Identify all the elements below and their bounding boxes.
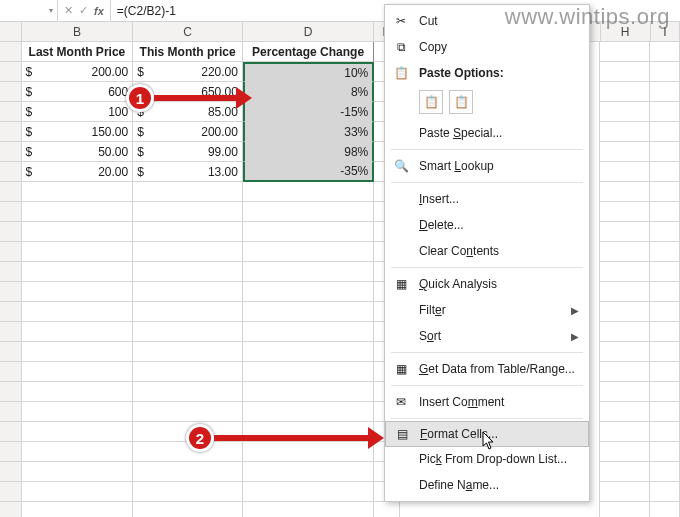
- cell[interactable]: [599, 302, 650, 322]
- cell[interactable]: [599, 182, 650, 202]
- cell[interactable]: [599, 382, 650, 402]
- cell[interactable]: [22, 362, 134, 382]
- cell[interactable]: [22, 382, 134, 402]
- menu-insert[interactable]: Insert...: [385, 186, 589, 212]
- row-header[interactable]: [0, 462, 22, 482]
- row-header[interactable]: [0, 262, 22, 282]
- cell[interactable]: [599, 282, 650, 302]
- paste-option-default[interactable]: 📋: [419, 90, 443, 114]
- cell-this-month[interactable]: $220.00: [133, 62, 243, 82]
- select-all-corner[interactable]: [0, 22, 22, 41]
- cell-header-C[interactable]: This Month price: [133, 42, 243, 62]
- cell[interactable]: [650, 162, 680, 182]
- cell[interactable]: [22, 202, 134, 222]
- cell[interactable]: [650, 122, 680, 142]
- cell[interactable]: [133, 402, 243, 422]
- cell[interactable]: [599, 502, 650, 517]
- cell[interactable]: [599, 242, 650, 262]
- menu-paste-special[interactable]: Paste Special...: [385, 120, 589, 146]
- cell[interactable]: [133, 262, 243, 282]
- cell[interactable]: [650, 82, 680, 102]
- menu-insert-comment[interactable]: ✉ Insert Comment: [385, 389, 589, 415]
- row-header[interactable]: [0, 102, 22, 122]
- cell-last-month[interactable]: $150.00: [22, 122, 134, 142]
- row-header[interactable]: [0, 482, 22, 502]
- cell-header-D[interactable]: Percentage Change: [243, 42, 374, 62]
- cell[interactable]: [650, 402, 680, 422]
- cell[interactable]: [650, 42, 680, 62]
- cell[interactable]: [650, 202, 680, 222]
- cell[interactable]: [243, 302, 374, 322]
- row-header[interactable]: [0, 442, 22, 462]
- cell[interactable]: [243, 322, 374, 342]
- cell[interactable]: [599, 162, 650, 182]
- cell[interactable]: [243, 202, 374, 222]
- col-header-D[interactable]: D: [243, 22, 374, 41]
- row-header[interactable]: [0, 222, 22, 242]
- cell[interactable]: [22, 322, 134, 342]
- cell-this-month[interactable]: $13.00: [133, 162, 243, 182]
- row-header[interactable]: [0, 62, 22, 82]
- cell[interactable]: [243, 342, 374, 362]
- row-header[interactable]: [0, 282, 22, 302]
- cell-last-month[interactable]: $200.00: [22, 62, 134, 82]
- cell[interactable]: [599, 42, 650, 62]
- row-header[interactable]: [0, 182, 22, 202]
- cell-last-month[interactable]: $600: [22, 82, 134, 102]
- cell[interactable]: [599, 342, 650, 362]
- cell[interactable]: [650, 482, 680, 502]
- menu-filter[interactable]: Filter ▶: [385, 297, 589, 323]
- cell[interactable]: [650, 442, 680, 462]
- cell[interactable]: [374, 502, 400, 517]
- cell[interactable]: [133, 342, 243, 362]
- cell[interactable]: [133, 502, 243, 517]
- cell[interactable]: [650, 422, 680, 442]
- cell[interactable]: [243, 242, 374, 262]
- cell[interactable]: [650, 102, 680, 122]
- row-header[interactable]: [0, 382, 22, 402]
- cell[interactable]: [133, 382, 243, 402]
- cell[interactable]: [243, 282, 374, 302]
- cell[interactable]: [133, 202, 243, 222]
- cell[interactable]: [650, 342, 680, 362]
- cell[interactable]: [243, 382, 374, 402]
- cell[interactable]: [599, 482, 650, 502]
- cell[interactable]: [133, 322, 243, 342]
- menu-delete[interactable]: Delete...: [385, 212, 589, 238]
- row-header[interactable]: [0, 82, 22, 102]
- cell[interactable]: [599, 222, 650, 242]
- cell[interactable]: [650, 302, 680, 322]
- row-header[interactable]: [0, 342, 22, 362]
- cell[interactable]: [599, 362, 650, 382]
- fx-cancel-icon[interactable]: ✕: [64, 4, 73, 17]
- row-header[interactable]: [0, 322, 22, 342]
- fx-enter-icon[interactable]: ✓: [79, 4, 88, 17]
- cell[interactable]: [133, 302, 243, 322]
- cell-header-B[interactable]: Last Month Price: [22, 42, 134, 62]
- menu-copy[interactable]: ⧉ Copy: [385, 34, 589, 60]
- cell[interactable]: [243, 182, 374, 202]
- cell[interactable]: [599, 62, 650, 82]
- cell[interactable]: [133, 462, 243, 482]
- cell[interactable]: [243, 222, 374, 242]
- cell[interactable]: [243, 362, 374, 382]
- row-header[interactable]: [0, 402, 22, 422]
- cell-this-month[interactable]: $99.00: [133, 142, 243, 162]
- cell-pct-change[interactable]: -15%: [243, 102, 374, 122]
- cell[interactable]: [22, 302, 134, 322]
- cell[interactable]: [243, 462, 374, 482]
- cell-pct-change[interactable]: 10%: [243, 62, 374, 82]
- cell[interactable]: [599, 202, 650, 222]
- cell[interactable]: [650, 242, 680, 262]
- cell[interactable]: [599, 322, 650, 342]
- cell[interactable]: [650, 62, 680, 82]
- cell[interactable]: [243, 502, 374, 517]
- cell[interactable]: [650, 222, 680, 242]
- cell-pct-change[interactable]: 33%: [243, 122, 374, 142]
- cell[interactable]: [22, 262, 134, 282]
- cell[interactable]: [22, 422, 134, 442]
- cell[interactable]: [650, 362, 680, 382]
- cell[interactable]: [599, 262, 650, 282]
- cell[interactable]: [599, 442, 650, 462]
- cell[interactable]: [22, 282, 134, 302]
